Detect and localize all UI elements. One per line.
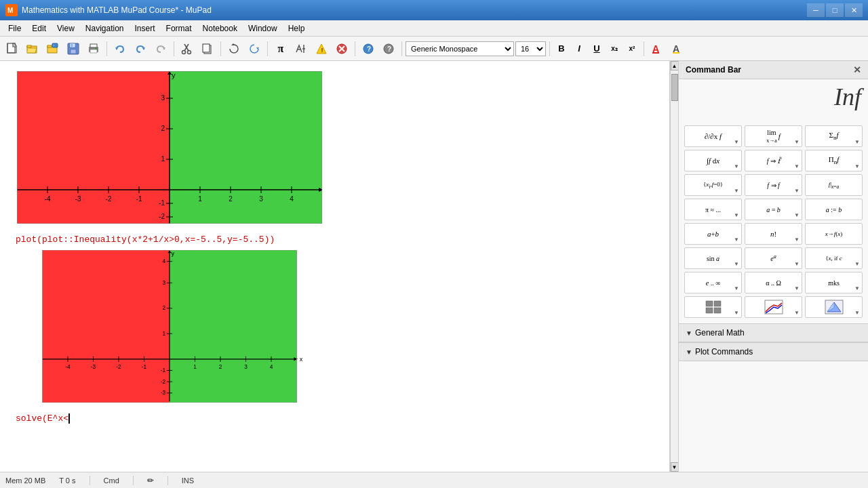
warn-button[interactable]: ! bbox=[312, 39, 331, 58]
units-button[interactable]: mks ▼ bbox=[805, 272, 863, 293]
status-sep-3 bbox=[167, 476, 168, 485]
font-size-selector[interactable]: 16 12 14 18 bbox=[515, 41, 546, 56]
scroll-up-button[interactable]: ▲ bbox=[671, 61, 679, 70]
undo-button[interactable] bbox=[111, 39, 130, 58]
maximize-button[interactable]: □ bbox=[826, 3, 844, 17]
color-button[interactable]: A bbox=[648, 39, 667, 58]
transform-button[interactable]: f ⇒ f̃ ▼ bbox=[745, 150, 802, 171]
close-button[interactable]: ✕ bbox=[845, 3, 863, 17]
plot2-svg: -1 -2 -3 -4 1 2 3 bbox=[17, 250, 322, 403]
bgcolor-button[interactable]: A bbox=[668, 39, 687, 58]
open-button[interactable] bbox=[23, 39, 42, 58]
menu-notebook[interactable]: Notebook bbox=[197, 22, 243, 35]
help2-button[interactable]: ? bbox=[379, 39, 398, 58]
window-title: Mathematics with MATLAB MuPad Course* - … bbox=[22, 5, 807, 15]
redo2-button[interactable] bbox=[151, 39, 170, 58]
toolbar-sep-7 bbox=[549, 41, 550, 56]
menu-window[interactable]: Window bbox=[243, 22, 283, 35]
limit-button[interactable]: limx→af ▼ bbox=[745, 125, 802, 147]
stop-button[interactable] bbox=[245, 39, 264, 58]
redo-button[interactable] bbox=[131, 39, 150, 58]
integral-button[interactable]: ∫f dx ▼ bbox=[684, 150, 742, 171]
toolbar-sep-8 bbox=[644, 41, 644, 56]
svg-rect-43 bbox=[170, 200, 322, 224]
command-bar-title: Command Bar bbox=[686, 65, 741, 75]
svg-rect-40 bbox=[673, 52, 679, 54]
svg-text:3: 3 bbox=[244, 363, 248, 370]
print-button[interactable] bbox=[84, 39, 103, 58]
general-math-label: General Math bbox=[695, 328, 745, 338]
notebook-content[interactable]: -1 -2 -3 -4 1 2 bbox=[0, 61, 670, 472]
new-button[interactable] bbox=[3, 39, 22, 58]
zeros-button[interactable]: {xi,f=0} ▼ bbox=[684, 174, 742, 196]
svg-rect-4 bbox=[27, 45, 31, 47]
statusbar: Mem 20 MB T 0 s Cmd ✏ INS bbox=[0, 472, 868, 488]
interval-button[interactable]: e .. ∞ ▼ bbox=[684, 272, 742, 293]
minimize-button[interactable]: ─ bbox=[807, 3, 825, 17]
plot2d-button[interactable]: ▼ bbox=[745, 296, 802, 318]
svg-rect-116 bbox=[706, 301, 713, 306]
general-math-section[interactable]: ▼ General Math bbox=[679, 323, 868, 342]
window-controls: ─ □ ✕ bbox=[807, 3, 863, 17]
cancel-button[interactable] bbox=[332, 39, 351, 58]
toolbar-sep-5 bbox=[355, 41, 355, 56]
trig-button[interactable]: sin a ▼ bbox=[684, 247, 742, 269]
substitute-button[interactable]: f|x=a bbox=[805, 174, 863, 196]
plot3d-button[interactable]: ▼ bbox=[805, 296, 863, 318]
scroll-thumb[interactable] bbox=[671, 74, 678, 101]
matrix-button[interactable]: ▼ bbox=[684, 296, 742, 318]
product-button[interactable]: Πnf ▼ bbox=[805, 150, 863, 171]
range-button[interactable]: α .. Ω ▼ bbox=[745, 272, 802, 293]
plot-commands-section[interactable]: ▼ Plot Commands bbox=[679, 342, 868, 361]
svg-text:-4: -4 bbox=[45, 195, 51, 203]
content-scrollbar[interactable]: ▲ ▼ bbox=[670, 61, 678, 472]
special1-button[interactable] bbox=[292, 39, 311, 58]
menu-insert[interactable]: Insert bbox=[130, 22, 161, 35]
toolbar-sep-3 bbox=[220, 41, 221, 56]
copy-button[interactable] bbox=[198, 39, 217, 58]
menu-help[interactable]: Help bbox=[283, 22, 311, 35]
refresh-button[interactable] bbox=[224, 39, 243, 58]
italic-button[interactable]: I bbox=[571, 41, 587, 57]
pi-button[interactable]: π bbox=[271, 39, 290, 58]
help-button[interactable]: ? bbox=[359, 39, 378, 58]
factorial-button[interactable]: n! ▼ bbox=[745, 223, 802, 245]
toolbar-sep-4 bbox=[267, 41, 268, 56]
svg-text:-2: -2 bbox=[161, 378, 166, 385]
menu-file[interactable]: File bbox=[3, 22, 26, 35]
derivative-button[interactable]: ∂/∂x f ▼ bbox=[684, 125, 742, 147]
menu-navigation[interactable]: Navigation bbox=[80, 22, 130, 35]
save-button[interactable] bbox=[64, 39, 83, 58]
exp-button[interactable]: ea ▼ bbox=[745, 247, 802, 269]
menu-view[interactable]: View bbox=[52, 22, 80, 35]
equal-test-button[interactable]: a = b ▼ bbox=[745, 199, 802, 220]
command-bar-close[interactable]: ✕ bbox=[853, 64, 861, 75]
subscript-button[interactable]: x₂ bbox=[606, 41, 623, 57]
notebook: -1 -2 -3 -4 1 2 bbox=[0, 61, 669, 472]
piecewise-button[interactable]: {x, if c ▼ bbox=[805, 247, 863, 269]
scroll-down-button[interactable]: ▼ bbox=[671, 462, 679, 472]
assign-button[interactable]: a := b bbox=[805, 199, 863, 220]
menu-format[interactable]: Format bbox=[161, 22, 197, 35]
arith-button[interactable]: a+b ▼ bbox=[684, 223, 742, 245]
underline-button[interactable]: U bbox=[589, 41, 605, 57]
funcmap-button[interactable]: x→f(x) bbox=[805, 223, 863, 245]
toolbar-sep-1 bbox=[106, 41, 107, 56]
svg-text:-3: -3 bbox=[161, 389, 166, 396]
bold-button[interactable]: B bbox=[553, 41, 570, 57]
menubar: File Edit View Navigation Insert Format … bbox=[0, 20, 868, 37]
menu-edit[interactable]: Edit bbox=[26, 22, 52, 35]
general-math-arrow: ▼ bbox=[686, 329, 692, 337]
font-selector[interactable]: Generic Monospace Arial Times New Roman bbox=[406, 41, 514, 56]
open-file-button[interactable]: ↑ bbox=[43, 39, 62, 58]
svg-text:1: 1 bbox=[198, 195, 202, 203]
plot1-svg: -1 -2 -3 -4 1 2 bbox=[17, 71, 322, 224]
rewrite-button[interactable]: f ⇒ f ▼ bbox=[745, 174, 802, 196]
cut-button[interactable] bbox=[178, 39, 197, 58]
approx-button[interactable]: π ≈ ... ▼ bbox=[684, 199, 742, 220]
sum-button[interactable]: Σnf ▼ bbox=[805, 125, 863, 147]
cmd-line-2[interactable]: solve(E^x< bbox=[10, 411, 659, 426]
superscript-button[interactable]: x² bbox=[624, 41, 640, 57]
svg-text:-3: -3 bbox=[91, 363, 96, 370]
status-sep-2 bbox=[133, 476, 134, 485]
